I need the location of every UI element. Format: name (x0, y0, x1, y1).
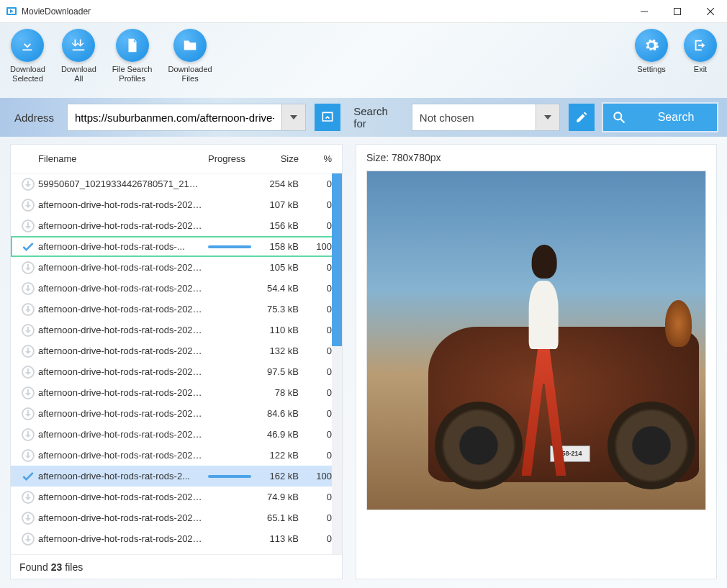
row-size: 97.5 kB (258, 366, 307, 377)
address-dropdown-button[interactable] (281, 104, 306, 131)
row-filename: 59950607_10219334426780571_210539633575.… (38, 178, 208, 189)
download-pending-icon (18, 220, 38, 232)
svg-line-10 (621, 119, 625, 123)
row-filename: afternoon-drive-hot-rods-rat-rods-202103… (38, 512, 208, 523)
table-row[interactable]: afternoon-drive-hot-rods-rat-rods-202103… (11, 403, 342, 424)
window-close-button[interactable] (694, 0, 727, 23)
address-input[interactable] (67, 104, 281, 131)
table-row[interactable]: afternoon-drive-hot-rods-rat-rods-202103… (11, 257, 342, 278)
open-url-button[interactable] (315, 104, 340, 131)
toolbar-label: Settings (637, 65, 666, 74)
toolbar-label: Downloaded Files (168, 65, 212, 83)
file-icon (116, 29, 149, 62)
search-button-group: Search (603, 104, 717, 131)
window-titlebar: MovieDownloader (0, 0, 727, 23)
download-pending-icon (18, 261, 38, 274)
row-size: 46.9 kB (258, 429, 307, 440)
footer-prefix: Found (19, 561, 48, 573)
settings-button[interactable]: Settings (635, 29, 668, 94)
row-size: 162 kB (258, 471, 307, 481)
row-percent: 0 (307, 178, 335, 189)
header-percent[interactable]: % (307, 153, 335, 164)
row-size: 105 kB (258, 262, 307, 273)
exit-icon (684, 29, 717, 62)
svg-rect-4 (674, 8, 681, 14)
row-progress (208, 475, 258, 478)
header-progress[interactable]: Progress (208, 153, 258, 164)
preview-image: 658-214 (366, 171, 706, 510)
search-type-dropdown-button[interactable] (536, 104, 560, 131)
search-icon[interactable] (603, 104, 635, 131)
window-title: MovieDownloader (22, 6, 628, 17)
download-pending-icon (18, 366, 38, 379)
table-row[interactable]: afternoon-drive-hot-rods-rat-rods-...158… (11, 236, 342, 257)
row-percent: 100 (307, 241, 335, 252)
table-row[interactable]: afternoon-drive-hot-rods-rat-rods-202103… (11, 424, 342, 445)
search-type-combo (412, 104, 560, 131)
download-pending-icon (18, 512, 38, 525)
search-button[interactable]: Search (635, 104, 717, 131)
download-all-button[interactable]: Download All (61, 29, 96, 94)
row-size: 65.1 kB (258, 512, 307, 523)
search-type-select[interactable] (412, 104, 536, 131)
table-row[interactable]: afternoon-drive-hot-rods-rat-rods-202103… (11, 215, 342, 236)
table-row[interactable]: afternoon-drive-hot-rods-rat-rods-202103… (11, 194, 342, 215)
download-all-icon (62, 29, 95, 62)
row-filename: afternoon-drive-hot-rods-rat-rods-202103… (38, 450, 208, 461)
file-list-panel: Filename Progress Size % 59950607_102193… (10, 144, 343, 579)
table-row[interactable]: afternoon-drive-hot-rods-rat-rods-202103… (11, 445, 342, 466)
table-row[interactable]: 59950607_10219334426780571_210539633575.… (11, 173, 342, 194)
address-combo (67, 104, 306, 131)
table-row[interactable]: afternoon-drive-hot-rods-rat-rods-202103… (11, 299, 342, 320)
row-filename: afternoon-drive-hot-rods-rat-rods-... (38, 241, 208, 252)
table-row[interactable]: afternoon-drive-hot-rods-rat-rods-202103… (11, 320, 342, 340)
row-size: 158 kB (258, 241, 307, 252)
row-filename: afternoon-drive-hot-rods-rat-rods-202103… (38, 345, 208, 356)
file-search-profiles-button[interactable]: File Search Profiles (112, 29, 153, 94)
row-percent: 0 (307, 387, 335, 398)
row-filename: afternoon-drive-hot-rods-rat-rods-202103… (38, 408, 208, 419)
gear-icon (635, 29, 668, 62)
row-percent: 0 (307, 345, 335, 356)
row-filename: afternoon-drive-hot-rods-rat-rods-202103… (38, 199, 208, 210)
toolbar-label: Download All (61, 65, 96, 83)
table-row[interactable]: afternoon-drive-hot-rods-rat-rods-202103… (11, 507, 342, 528)
row-size: 113 kB (258, 533, 307, 544)
toolbar-label: File Search Profiles (112, 65, 153, 83)
downloaded-files-button[interactable]: Downloaded Files (168, 29, 212, 94)
row-filename: afternoon-drive-hot-rods-rat-rods-202103… (38, 304, 208, 315)
exit-button[interactable]: Exit (684, 29, 717, 94)
row-percent: 0 (307, 283, 335, 294)
table-row[interactable]: afternoon-drive-hot-rods-rat-rods-202103… (11, 528, 342, 549)
table-row[interactable]: afternoon-drive-hot-rods-rat-rods-202103… (11, 487, 342, 507)
svg-marker-7 (290, 115, 297, 119)
download-pending-icon (18, 428, 38, 441)
edit-search-button[interactable] (569, 104, 595, 131)
table-row[interactable]: afternoon-drive-hot-rods-rat-rods-202103… (11, 361, 342, 382)
row-percent: 0 (307, 408, 335, 419)
table-row[interactable]: afternoon-drive-hot-rods-rat-rods-202103… (11, 340, 342, 361)
download-selected-button[interactable]: Download Selected (10, 29, 45, 94)
window-minimize-button[interactable] (628, 0, 661, 23)
header-size[interactable]: Size (258, 153, 307, 164)
row-filename: afternoon-drive-hot-rods-rat-rods-202103… (38, 429, 208, 440)
address-label: Address (10, 112, 58, 124)
scrollbar-thumb[interactable] (332, 173, 342, 346)
table-row[interactable]: afternoon-drive-hot-rods-rat-rods-2...16… (11, 466, 342, 487)
searchfor-label: Search for (349, 105, 403, 130)
download-pending-icon (18, 303, 38, 316)
header-filename[interactable]: Filename (38, 153, 208, 164)
table-row[interactable]: afternoon-drive-hot-rods-rat-rods-202103… (11, 382, 342, 403)
table-row[interactable]: afternoon-drive-hot-rods-rat-rods-202103… (11, 278, 342, 299)
window-maximize-button[interactable] (661, 0, 694, 23)
preview-figure (507, 232, 581, 476)
check-icon (18, 240, 38, 254)
row-size: 74.9 kB (258, 492, 307, 502)
row-size: 156 kB (258, 220, 307, 231)
row-percent: 0 (307, 450, 335, 461)
row-percent: 0 (307, 304, 335, 315)
preview-size-label: Size: 780x780px (366, 152, 706, 163)
scrollbar-track[interactable] (332, 173, 342, 554)
row-percent: 0 (307, 512, 335, 523)
row-filename: afternoon-drive-hot-rods-rat-rods-202103… (38, 220, 208, 231)
